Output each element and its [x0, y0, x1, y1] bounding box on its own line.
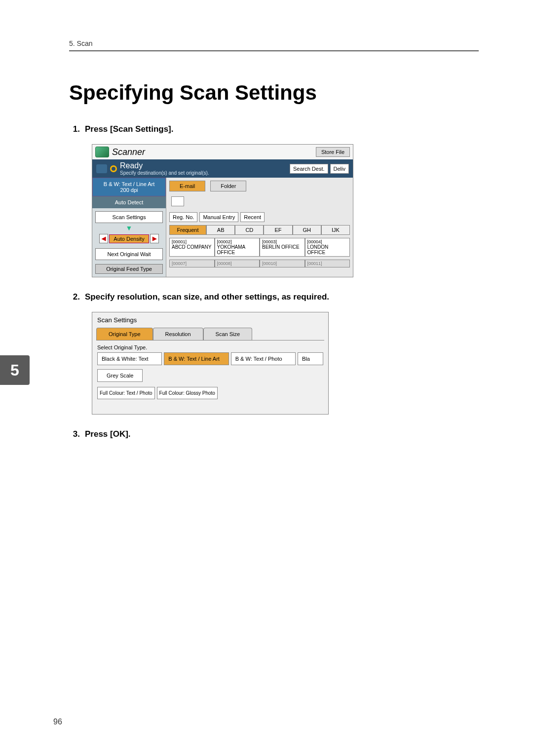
bla-button[interactable]: Bla [298, 352, 323, 365]
tab-ijk[interactable]: IJK [321, 225, 350, 235]
density-left-button[interactable]: ◀ [99, 234, 108, 243]
dest-2[interactable]: [00002]YOKOHAMA OFFICE [215, 238, 260, 257]
arrow-down-icon: ▼ [92, 224, 166, 232]
grey-scale-button[interactable]: Grey Scale [97, 369, 143, 382]
auto-density-button[interactable]: Auto Density [109, 234, 149, 243]
tab-gh[interactable]: GH [293, 225, 321, 235]
step-3: 3. Press [OK]. [69, 429, 479, 439]
ready-sub: Specify destination(s) and set original(… [120, 170, 209, 176]
page-number: 96 [53, 718, 62, 726]
step-2-num: 2. [69, 292, 80, 302]
step-3-num: 3. [69, 429, 80, 439]
dest-8[interactable]: [00008] [215, 260, 260, 267]
ready-status-icon [110, 165, 117, 172]
bw-text-photo-button[interactable]: B & W: Text / Photo [231, 352, 296, 365]
original-feed-button[interactable]: Original Feed Type [95, 264, 163, 274]
chapter-indicator: 5 [0, 355, 30, 385]
tab-resolution[interactable]: Resolution [153, 328, 203, 340]
step-3-text: Press [OK]. [85, 429, 131, 439]
scanner-icon [95, 147, 109, 157]
search-dest-button[interactable]: Search Dest. [290, 164, 328, 174]
tab-original-type[interactable]: Original Type [96, 328, 153, 340]
scan-settings-screenshot: Scan Settings Original Type Resolution S… [92, 312, 329, 415]
dest-7[interactable]: [00007] [169, 260, 215, 267]
step-1: 1. Press [Scan Settings]. [69, 124, 479, 134]
tab-folder[interactable]: Folder [210, 181, 246, 191]
tab-cd[interactable]: CD [235, 225, 264, 235]
page-title: Specifying Scan Settings [69, 81, 479, 105]
tab-ef[interactable]: EF [264, 225, 292, 235]
bw-line-art-button[interactable]: B & W: Text / Line Art [164, 352, 228, 365]
attachment-icon[interactable] [171, 196, 184, 206]
step-2-text: Specify resolution, scan size, and other… [85, 292, 329, 302]
bw-mode-panel: B & W: Text / Line Art 200 dpi [92, 178, 166, 196]
section-header: 5. Scan [69, 39, 479, 51]
reg-no-button[interactable]: Reg. No. [169, 212, 197, 222]
hdd-icon [96, 164, 107, 173]
tab-email[interactable]: E-mail [169, 181, 205, 191]
dest-3[interactable]: [00003]BERLIN OFFICE [260, 238, 305, 257]
full-colour-text-photo-button[interactable]: Full Colour: Text / Photo [97, 387, 155, 399]
bw-text-button[interactable]: Black & White: Text [97, 352, 162, 365]
full-colour-glossy-button[interactable]: Full Colour: Glossy Photo [157, 387, 218, 399]
recent-button[interactable]: Recent [240, 212, 265, 222]
select-original-label: Select Original Type. [92, 340, 328, 352]
scan-settings-title: Scan Settings [92, 312, 328, 328]
store-file-button[interactable]: Store File [316, 147, 350, 157]
tab-ab[interactable]: AB [206, 225, 235, 235]
dest-4[interactable]: [00004]LONDON OFFICE [305, 238, 350, 257]
tab-frequent[interactable]: Frequent [169, 225, 206, 235]
tab-scan-size[interactable]: Scan Size [203, 328, 253, 340]
scan-settings-button[interactable]: Scan Settings [95, 211, 163, 223]
bw-line1: B & W: Text / Line Art [94, 181, 164, 187]
bw-line2: 200 dpi [94, 187, 164, 193]
step-1-num: 1. [69, 124, 80, 134]
dest-11[interactable]: [00011] [305, 260, 350, 267]
density-right-button[interactable]: ▶ [150, 234, 159, 243]
step-1-text: Press [Scan Settings]. [85, 124, 174, 134]
next-original-button[interactable]: Next Original Wait [95, 248, 163, 260]
manual-entry-button[interactable]: Manual Entry [199, 212, 238, 222]
step-2: 2. Specify resolution, scan size, and ot… [69, 292, 479, 302]
dest-1[interactable]: [00001]ABCD COMPANY [169, 238, 215, 257]
deliv-button[interactable]: Deliv [330, 164, 349, 174]
dest-10[interactable]: [00010] [260, 260, 305, 267]
auto-detect-label: Auto Detect [92, 196, 166, 208]
scanner-screenshot: Scanner Store File Ready Specify destina… [92, 144, 353, 277]
scanner-label: Scanner [112, 147, 145, 157]
ready-label: Ready [120, 161, 209, 170]
